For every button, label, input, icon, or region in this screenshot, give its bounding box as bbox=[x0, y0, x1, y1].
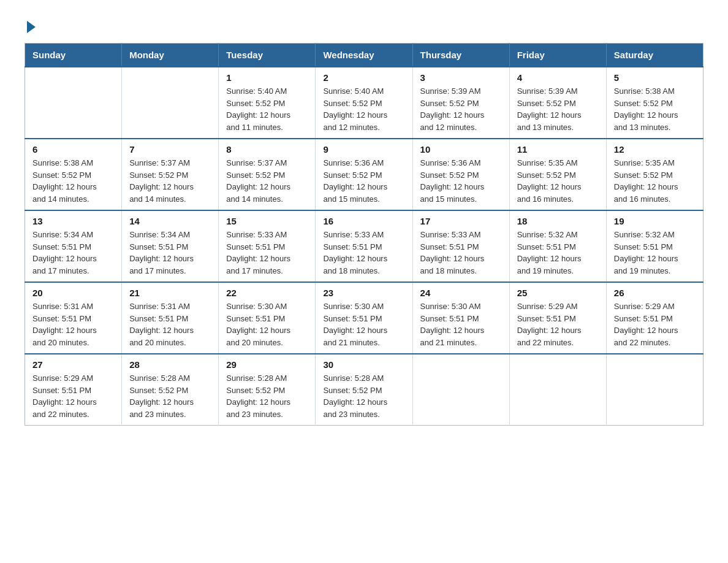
calendar-cell-w5-d5 bbox=[412, 354, 509, 426]
calendar-cell-w2-d4: 9Sunrise: 5:36 AMSunset: 5:52 PMDaylight… bbox=[316, 139, 412, 210]
header-row-days: SundayMondayTuesdayWednesdayThursdayFrid… bbox=[25, 44, 703, 67]
day-number: 18 bbox=[517, 216, 599, 226]
day-detail: Sunrise: 5:30 AMSunset: 5:51 PMDaylight:… bbox=[420, 301, 502, 348]
calendar-cell-w1-d4: 2Sunrise: 5:40 AMSunset: 5:52 PMDaylight… bbox=[316, 67, 412, 139]
day-number: 21 bbox=[129, 288, 211, 298]
calendar-cell-w3-d1: 13Sunrise: 5:34 AMSunset: 5:51 PMDayligh… bbox=[25, 210, 122, 282]
day-detail: Sunrise: 5:31 AMSunset: 5:51 PMDaylight:… bbox=[129, 301, 211, 348]
day-detail: Sunrise: 5:28 AMSunset: 5:52 PMDaylight:… bbox=[129, 372, 211, 420]
day-number: 24 bbox=[420, 288, 502, 298]
week-row-1: 1Sunrise: 5:40 AMSunset: 5:52 PMDaylight… bbox=[25, 67, 703, 139]
day-detail: Sunrise: 5:37 AMSunset: 5:52 PMDaylight:… bbox=[129, 157, 211, 205]
day-detail: Sunrise: 5:30 AMSunset: 5:51 PMDaylight:… bbox=[323, 301, 404, 348]
day-detail: Sunrise: 5:35 AMSunset: 5:52 PMDaylight:… bbox=[517, 157, 599, 205]
day-number: 2 bbox=[323, 72, 404, 83]
logo bbox=[25, 18, 36, 33]
header-tuesday: Tuesday bbox=[219, 44, 316, 67]
calendar-cell-w4-d3: 22Sunrise: 5:30 AMSunset: 5:51 PMDayligh… bbox=[219, 282, 316, 354]
calendar-cell-w3-d7: 19Sunrise: 5:32 AMSunset: 5:51 PMDayligh… bbox=[606, 210, 703, 282]
day-detail: Sunrise: 5:28 AMSunset: 5:52 PMDaylight:… bbox=[226, 372, 308, 420]
day-number: 15 bbox=[226, 216, 308, 226]
day-detail: Sunrise: 5:29 AMSunset: 5:51 PMDaylight:… bbox=[517, 301, 599, 348]
calendar-body: 1Sunrise: 5:40 AMSunset: 5:52 PMDaylight… bbox=[25, 67, 703, 426]
logo-top bbox=[25, 18, 36, 33]
calendar-cell-w2-d2: 7Sunrise: 5:37 AMSunset: 5:52 PMDaylight… bbox=[122, 139, 219, 210]
day-number: 20 bbox=[32, 288, 114, 298]
calendar-cell-w4-d1: 20Sunrise: 5:31 AMSunset: 5:51 PMDayligh… bbox=[25, 282, 122, 354]
header-saturday: Saturday bbox=[606, 44, 703, 67]
day-number: 8 bbox=[226, 144, 308, 155]
day-number: 14 bbox=[129, 216, 211, 226]
day-number: 19 bbox=[614, 216, 696, 226]
header-thursday: Thursday bbox=[412, 44, 509, 67]
day-number: 5 bbox=[614, 72, 696, 83]
calendar-cell-w2-d1: 6Sunrise: 5:38 AMSunset: 5:52 PMDaylight… bbox=[25, 139, 122, 210]
day-detail: Sunrise: 5:39 AMSunset: 5:52 PMDaylight:… bbox=[517, 85, 599, 133]
day-number: 3 bbox=[420, 72, 502, 83]
calendar-cell-w2-d7: 12Sunrise: 5:35 AMSunset: 5:52 PMDayligh… bbox=[606, 139, 703, 210]
calendar-cell-w5-d2: 28Sunrise: 5:28 AMSunset: 5:52 PMDayligh… bbox=[122, 354, 219, 426]
header-row bbox=[25, 18, 703, 33]
calendar-header: SundayMondayTuesdayWednesdayThursdayFrid… bbox=[25, 44, 703, 67]
week-row-3: 13Sunrise: 5:34 AMSunset: 5:51 PMDayligh… bbox=[25, 210, 703, 282]
day-detail: Sunrise: 5:35 AMSunset: 5:52 PMDaylight:… bbox=[614, 157, 696, 205]
day-detail: Sunrise: 5:32 AMSunset: 5:51 PMDaylight:… bbox=[517, 229, 599, 277]
day-number: 1 bbox=[226, 72, 308, 83]
calendar-cell-w1-d7: 5Sunrise: 5:38 AMSunset: 5:52 PMDaylight… bbox=[606, 67, 703, 139]
calendar-cell-w5-d4: 30Sunrise: 5:28 AMSunset: 5:52 PMDayligh… bbox=[316, 354, 412, 426]
day-number: 7 bbox=[129, 144, 211, 155]
calendar-cell-w1-d6: 4Sunrise: 5:39 AMSunset: 5:52 PMDaylight… bbox=[509, 67, 606, 139]
day-detail: Sunrise: 5:30 AMSunset: 5:51 PMDaylight:… bbox=[226, 301, 308, 348]
header-friday: Friday bbox=[509, 44, 606, 67]
header-wednesday: Wednesday bbox=[316, 44, 412, 67]
calendar-table: SundayMondayTuesdayWednesdayThursdayFrid… bbox=[25, 43, 703, 426]
day-number: 26 bbox=[614, 288, 696, 298]
calendar-cell-w1-d1 bbox=[25, 67, 122, 139]
day-number: 9 bbox=[323, 144, 404, 155]
day-detail: Sunrise: 5:39 AMSunset: 5:52 PMDaylight:… bbox=[420, 85, 502, 133]
day-detail: Sunrise: 5:34 AMSunset: 5:51 PMDaylight:… bbox=[129, 229, 211, 277]
calendar-cell-w1-d5: 3Sunrise: 5:39 AMSunset: 5:52 PMDaylight… bbox=[412, 67, 509, 139]
calendar-cell-w2-d6: 11Sunrise: 5:35 AMSunset: 5:52 PMDayligh… bbox=[509, 139, 606, 210]
calendar-cell-w2-d5: 10Sunrise: 5:36 AMSunset: 5:52 PMDayligh… bbox=[412, 139, 509, 210]
day-number: 25 bbox=[517, 288, 599, 298]
calendar-cell-w4-d6: 25Sunrise: 5:29 AMSunset: 5:51 PMDayligh… bbox=[509, 282, 606, 354]
day-number: 10 bbox=[420, 144, 502, 155]
day-number: 30 bbox=[323, 359, 404, 370]
day-detail: Sunrise: 5:40 AMSunset: 5:52 PMDaylight:… bbox=[323, 85, 404, 133]
calendar-cell-w5-d3: 29Sunrise: 5:28 AMSunset: 5:52 PMDayligh… bbox=[219, 354, 316, 426]
day-number: 16 bbox=[323, 216, 404, 226]
calendar-cell-w3-d3: 15Sunrise: 5:33 AMSunset: 5:51 PMDayligh… bbox=[219, 210, 316, 282]
day-detail: Sunrise: 5:36 AMSunset: 5:52 PMDaylight:… bbox=[420, 157, 502, 205]
day-detail: Sunrise: 5:40 AMSunset: 5:52 PMDaylight:… bbox=[226, 85, 308, 133]
day-number: 28 bbox=[129, 359, 211, 370]
calendar-cell-w5-d7 bbox=[606, 354, 703, 426]
day-number: 23 bbox=[323, 288, 404, 298]
calendar-cell-w2-d3: 8Sunrise: 5:37 AMSunset: 5:52 PMDaylight… bbox=[219, 139, 316, 210]
day-detail: Sunrise: 5:36 AMSunset: 5:52 PMDaylight:… bbox=[323, 157, 404, 205]
week-row-4: 20Sunrise: 5:31 AMSunset: 5:51 PMDayligh… bbox=[25, 282, 703, 354]
header-sunday: Sunday bbox=[25, 44, 122, 67]
day-detail: Sunrise: 5:33 AMSunset: 5:51 PMDaylight:… bbox=[323, 229, 404, 277]
calendar-cell-w3-d5: 17Sunrise: 5:33 AMSunset: 5:51 PMDayligh… bbox=[412, 210, 509, 282]
day-detail: Sunrise: 5:31 AMSunset: 5:51 PMDaylight:… bbox=[32, 301, 114, 348]
calendar-cell-w5-d6 bbox=[509, 354, 606, 426]
calendar-cell-w4-d7: 26Sunrise: 5:29 AMSunset: 5:51 PMDayligh… bbox=[606, 282, 703, 354]
day-number: 17 bbox=[420, 216, 502, 226]
calendar-cell-w4-d4: 23Sunrise: 5:30 AMSunset: 5:51 PMDayligh… bbox=[316, 282, 412, 354]
day-detail: Sunrise: 5:34 AMSunset: 5:51 PMDaylight:… bbox=[32, 229, 114, 277]
day-number: 27 bbox=[32, 359, 114, 370]
logo-arrow-icon bbox=[27, 21, 36, 33]
day-detail: Sunrise: 5:33 AMSunset: 5:51 PMDaylight:… bbox=[226, 229, 308, 277]
day-detail: Sunrise: 5:37 AMSunset: 5:52 PMDaylight:… bbox=[226, 157, 308, 205]
calendar-cell-w1-d3: 1Sunrise: 5:40 AMSunset: 5:52 PMDaylight… bbox=[219, 67, 316, 139]
day-detail: Sunrise: 5:38 AMSunset: 5:52 PMDaylight:… bbox=[32, 157, 114, 205]
calendar-cell-w1-d2 bbox=[122, 67, 219, 139]
calendar-cell-w5-d1: 27Sunrise: 5:29 AMSunset: 5:51 PMDayligh… bbox=[25, 354, 122, 426]
calendar-cell-w4-d5: 24Sunrise: 5:30 AMSunset: 5:51 PMDayligh… bbox=[412, 282, 509, 354]
day-number: 12 bbox=[614, 144, 696, 155]
week-row-2: 6Sunrise: 5:38 AMSunset: 5:52 PMDaylight… bbox=[25, 139, 703, 210]
day-number: 11 bbox=[517, 144, 599, 155]
calendar-cell-w3-d6: 18Sunrise: 5:32 AMSunset: 5:51 PMDayligh… bbox=[509, 210, 606, 282]
day-detail: Sunrise: 5:33 AMSunset: 5:51 PMDaylight:… bbox=[420, 229, 502, 277]
